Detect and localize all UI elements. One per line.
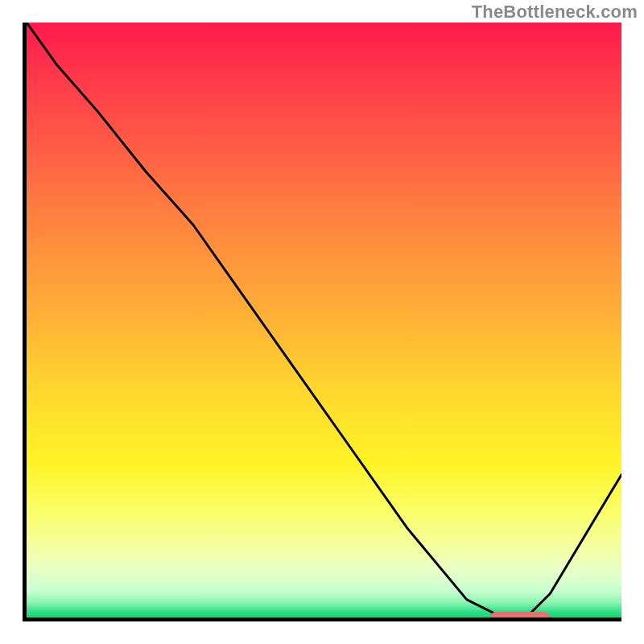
curve-path xyxy=(27,23,621,617)
plot-axes xyxy=(23,23,621,621)
plot-area xyxy=(27,23,621,617)
chart-container: TheBottleneck.com xyxy=(0,0,644,644)
watermark-text: TheBottleneck.com xyxy=(472,2,638,23)
optimal-range-marker xyxy=(490,612,550,617)
bottleneck-curve xyxy=(27,23,621,617)
